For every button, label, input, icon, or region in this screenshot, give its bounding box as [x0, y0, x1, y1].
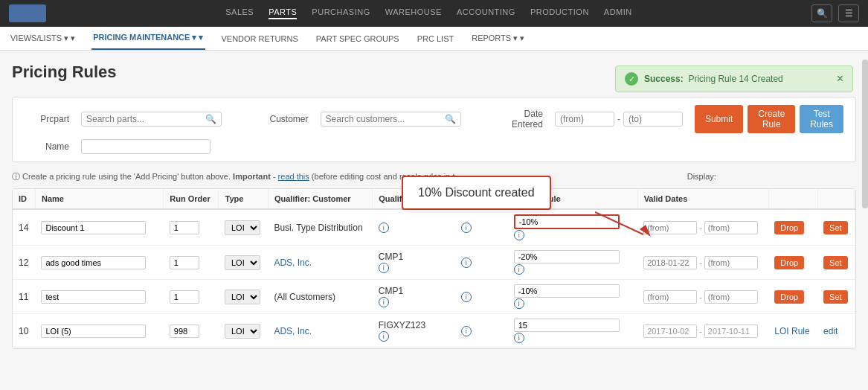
td-costrule-0: i [455, 209, 508, 246]
resalerule-info-1[interactable]: i [514, 264, 524, 275]
name-field-2[interactable] [41, 290, 146, 304]
prcpart-input[interactable] [86, 114, 205, 124]
th-type: Type [219, 189, 268, 209]
drop-button-0[interactable]: Drop [774, 221, 804, 234]
td-type-2: LOI [219, 280, 268, 314]
pricing-table: ID Name Run Order Type Qualifier: Custom… [13, 189, 855, 348]
costrule-info-2[interactable]: i [461, 292, 472, 302]
prcpart-info-0[interactable]: i [379, 223, 389, 233]
subnav-vendor[interactable]: VENDOR RETURNS [220, 28, 300, 49]
th-id: ID [13, 189, 35, 209]
date-to-3[interactable] [704, 325, 758, 338]
subnav-views[interactable]: VIEWS/LISTS ▾ [9, 28, 77, 49]
customer-link-1[interactable]: ADS, Inc. [274, 258, 312, 268]
td-prcpart-3: FIGXYZ123 i [373, 314, 455, 348]
drop-button-2[interactable]: Drop [774, 290, 804, 304]
subnav-partspec[interactable]: PART SPEC GROUPS [315, 28, 401, 49]
th-valid-dates: Valid Dates [637, 189, 768, 209]
name-field-0[interactable] [41, 221, 146, 234]
runorder-field-0[interactable] [170, 221, 199, 234]
td-action2-0: Set [817, 209, 855, 246]
customer-input[interactable] [326, 114, 445, 124]
filter-actions: Submit Create Rule Test Rules [695, 105, 843, 133]
table-row: 14 LOI Busi. Type Distribution i i i - D… [13, 209, 855, 246]
customer-link-3[interactable]: ADS, Inc. [274, 326, 312, 336]
subnav-prclist[interactable]: PRC LIST [416, 28, 456, 49]
date-to-0[interactable] [704, 221, 758, 234]
resalerule-field-3[interactable] [514, 319, 620, 332]
resalerule-field-2[interactable] [514, 284, 620, 298]
tooltip-arrow [595, 208, 655, 238]
table-wrap: ID Name Run Order Type Qualifier: Custom… [12, 188, 856, 349]
td-costrule-2: i [455, 280, 508, 314]
name-input[interactable] [86, 141, 205, 152]
edit-link-3[interactable]: edit [823, 326, 838, 336]
page-title: Pricing Rules [12, 63, 117, 82]
nav-admin[interactable]: ADMIN [604, 7, 632, 19]
date-entered-range: - [555, 112, 683, 127]
set-button-0[interactable]: Set [823, 221, 848, 234]
date-to-2[interactable] [704, 290, 758, 304]
td-id-0: 14 [13, 209, 35, 246]
type-select-1[interactable]: LOI [225, 255, 260, 270]
prcpart-val-3: FIGXYZ123 [379, 320, 425, 330]
date-to-1[interactable] [704, 256, 758, 269]
date-separator: - [617, 114, 620, 124]
subnav-pricing[interactable]: PRICING MAINTENANCE ▾ [91, 27, 205, 50]
subnav-reports[interactable]: REPORTS ▾ [470, 28, 526, 49]
nav-purchasing[interactable]: PURCHASING [312, 7, 370, 19]
name-field-1[interactable] [41, 256, 146, 269]
search-button[interactable]: 🔍 [811, 4, 832, 22]
td-resalerule-3: i [508, 314, 637, 348]
header-area: Pricing Rules [12, 63, 856, 91]
runorder-field-3[interactable] [170, 325, 199, 338]
costrule-info-3[interactable]: i [461, 326, 472, 336]
date-to-input[interactable] [623, 112, 683, 127]
nav-sales[interactable]: SALES [225, 7, 254, 19]
submit-button[interactable]: Submit [695, 105, 743, 133]
name-input-wrap [81, 139, 210, 154]
resalerule-info-3[interactable]: i [514, 333, 524, 343]
costrule-info-0[interactable]: i [461, 223, 472, 233]
td-runorder-0 [164, 209, 219, 246]
runorder-field-1[interactable] [170, 256, 199, 269]
type-select-0[interactable]: LOI [225, 220, 260, 235]
drop-button-1[interactable]: Drop [774, 256, 804, 269]
runorder-field-2[interactable] [170, 290, 199, 304]
nav-warehouse[interactable]: WAREHOUSE [385, 7, 442, 19]
set-button-1[interactable]: Set [823, 256, 848, 269]
nav-production[interactable]: PRODUCTION [530, 7, 589, 19]
date-from-2[interactable] [643, 290, 697, 304]
resalerule-info-2[interactable]: i [514, 298, 524, 309]
prcpart-info-3[interactable]: i [379, 331, 389, 342]
date-entered-label: Date Entered [498, 109, 543, 130]
create-rule-button[interactable]: Create Rule [748, 105, 795, 133]
prcpart-info-1[interactable]: i [379, 263, 389, 273]
td-id-2: 11 [13, 280, 35, 314]
test-rules-button[interactable]: Test Rules [800, 105, 843, 133]
costrule-info-1[interactable]: i [461, 258, 472, 268]
menu-button[interactable]: ☰ [838, 4, 859, 22]
prcpart-info-2[interactable]: i [379, 297, 389, 307]
tooltip-text: 10% Discount created [418, 186, 535, 199]
set-button-2[interactable]: Set [823, 290, 848, 304]
date-from-3[interactable] [643, 325, 697, 338]
resalerule-info-0[interactable]: i [514, 230, 524, 240]
td-id-3: 10 [13, 314, 35, 348]
type-select-3[interactable]: LOI [225, 324, 260, 339]
read-this-link[interactable]: read this [278, 172, 309, 181]
td-prcpart-2: CMP1 i [373, 280, 455, 314]
date-from-input[interactable] [555, 112, 614, 127]
date-from-1[interactable] [643, 256, 697, 269]
type-select-2[interactable]: LOI [225, 290, 260, 304]
table-row: 11 LOI (All Customers) CMP1 i i i - Drop… [13, 280, 855, 314]
nav-parts[interactable]: PARTS [269, 7, 297, 19]
resalerule-field-1[interactable] [514, 250, 620, 263]
nav-accounting[interactable]: ACCOUNTING [457, 7, 515, 19]
name-field-3[interactable] [41, 325, 146, 338]
loi-rule-link-3[interactable]: LOI Rule [774, 326, 809, 336]
td-action1-1: Drop [768, 246, 817, 280]
td-type-1: LOI [219, 246, 268, 280]
scrollbar[interactable] [862, 60, 868, 208]
display-label: Display: [687, 172, 716, 181]
